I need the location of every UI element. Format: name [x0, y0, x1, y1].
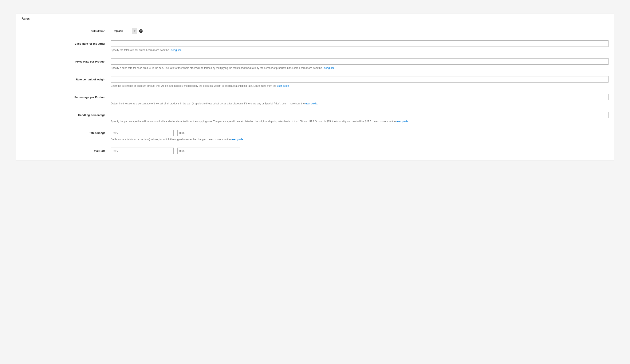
total-rate-max-input[interactable]	[178, 148, 240, 154]
row-calculation: Calculation Replace ?	[22, 28, 608, 34]
user-guide-link[interactable]: user guide	[277, 84, 289, 87]
help-icon[interactable]: ?	[139, 29, 143, 33]
row-pct-product: Percentage per Product Determine the rat…	[22, 94, 608, 105]
hint-rate-weight: Enter the surcharge or discount amount t…	[111, 84, 608, 88]
hint-base-rate: Specify the total rate per order. Learn …	[111, 48, 608, 52]
label-pct-product: Percentage per Product	[22, 94, 111, 99]
hint-fixed-rate: Specify a fixed rate for each product in…	[111, 66, 608, 70]
user-guide-link[interactable]: user guide	[396, 120, 408, 123]
calculation-select[interactable]: Replace	[111, 28, 137, 34]
panel-title: Rates	[22, 17, 608, 20]
handling-input[interactable]	[111, 112, 608, 118]
chevron-down-icon	[132, 28, 137, 34]
rate-change-max-input[interactable]	[178, 130, 240, 136]
user-guide-link[interactable]: user guide	[323, 66, 334, 69]
user-guide-link[interactable]: user guide	[170, 49, 182, 51]
pct-product-input[interactable]	[111, 94, 608, 100]
row-rate-change: Rate Change Set boundary (minimal or max…	[22, 130, 608, 141]
row-fixed-rate: Fixed Rate per Product Specify a fixed r…	[22, 58, 608, 70]
label-base-rate: Base Rate for the Order	[22, 40, 111, 45]
user-guide-link[interactable]: user guide	[305, 102, 317, 105]
row-handling: Handling Percentage Specify the percenta…	[22, 112, 608, 123]
label-rate-weight: Rate per unit of weight	[22, 76, 111, 81]
fixed-rate-input[interactable]	[111, 58, 608, 65]
rate-change-min-input[interactable]	[111, 130, 174, 136]
label-total-rate: Total Rate	[22, 148, 111, 152]
row-base-rate: Base Rate for the Order Specify the tota…	[22, 40, 608, 52]
user-guide-link[interactable]: user guide	[231, 138, 243, 141]
rates-panel: Rates Calculation Replace ? Base Rate fo…	[16, 14, 614, 160]
hint-pct-product: Determine the rate as a percentage of th…	[111, 102, 608, 105]
total-rate-min-input[interactable]	[111, 148, 174, 154]
rate-weight-input[interactable]	[111, 76, 608, 82]
base-rate-input[interactable]	[111, 40, 608, 47]
label-calculation: Calculation	[22, 28, 111, 33]
label-handling: Handling Percentage	[22, 112, 111, 117]
label-fixed-rate: Fixed Rate per Product	[22, 58, 111, 63]
row-rate-weight: Rate per unit of weight Enter the surcha…	[22, 76, 608, 88]
hint-handling: Specify the percentage that will be auto…	[111, 120, 608, 123]
label-rate-change: Rate Change	[22, 130, 111, 134]
hint-rate-change: Set boundary (minimal or maximal) values…	[111, 138, 608, 141]
calculation-value: Replace	[111, 28, 132, 34]
row-total-rate: Total Rate	[22, 148, 608, 154]
